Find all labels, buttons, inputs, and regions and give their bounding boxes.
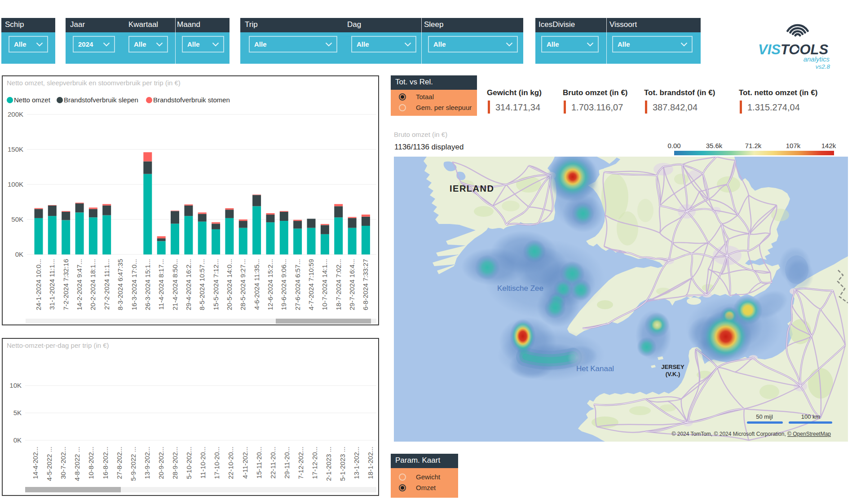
svg-text:50 mijl: 50 mijl [756, 413, 773, 420]
svg-text:10-7-2024 14:1...: 10-7-2024 14:1... [321, 259, 328, 310]
svg-text:27-6-2024 6:57...: 27-6-2024 6:57... [294, 259, 301, 310]
svg-text:200K: 200K [8, 110, 23, 118]
svg-text:13-9-202...: 13-9-202... [143, 447, 151, 479]
svg-text:15-5-2024 7:12...: 15-5-2024 7:12... [212, 259, 220, 310]
svg-text:0K: 0K [13, 436, 22, 444]
svg-text:8-5-2024 10:57...: 8-5-2024 10:57... [198, 259, 206, 310]
svg-text:35.6k: 35.6k [706, 142, 723, 149]
svg-text:5-10-202...: 5-10-202... [185, 447, 193, 479]
svg-text:10-8-202...: 10-8-202... [87, 447, 95, 479]
svg-text:vs2.8: vs2.8 [816, 63, 830, 70]
svg-text:107k: 107k [786, 142, 801, 149]
svg-text:5-1-2023 ...: 5-1-2023 ... [339, 447, 346, 481]
svg-text:14-2-2024 9:47...: 14-2-2024 9:47... [75, 259, 83, 310]
svg-text:© 2024 TomTom, © 2024 Microsof: © 2024 TomTom, © 2024 Microsoft Corporat… [672, 431, 831, 437]
svg-text:15-11-20...: 15-11-20... [255, 447, 263, 478]
svg-text:12-6-2024 15:2...: 12-6-2024 15:2... [266, 259, 274, 310]
svg-text:4-11-202...: 4-11-202... [241, 447, 249, 478]
svg-text:29-4-2024 16:2...: 29-4-2024 16:2... [185, 259, 192, 310]
svg-text:18-1-202...: 18-1-202... [366, 447, 374, 479]
svg-text:22-11-20...: 22-11-20... [269, 447, 277, 478]
svg-text:0K: 0K [15, 250, 23, 258]
svg-text:20-2-2024 18:1...: 20-2-2024 18:1... [89, 259, 97, 310]
svg-text:71.2k: 71.2k [745, 142, 762, 149]
svg-text:Netto omzet: Netto omzet [14, 96, 51, 104]
svg-text:31-1-2024 11:1...: 31-1-2024 11:1... [48, 259, 56, 310]
svg-text:18-7-2024 7:02...: 18-7-2024 7:02... [335, 259, 342, 310]
svg-text:27-2-2024 11:1...: 27-2-2024 11:1... [103, 259, 110, 310]
svg-text:Keltische Zee: Keltische Zee [497, 284, 543, 293]
svg-text:28-5-2024 9:27...: 28-5-2024 9:27... [239, 259, 247, 310]
svg-text:8-3-2024 6:47:35: 8-3-2024 6:47:35 [116, 259, 124, 310]
svg-text:26-3-2024 15:1...: 26-3-2024 15:1... [144, 259, 151, 310]
svg-text:11-4-2024 8:17...: 11-4-2024 8:17... [157, 259, 165, 310]
svg-text:4-8-2022 ...: 4-8-2022 ... [73, 447, 81, 481]
svg-text:5-9-2022 ...: 5-9-2022 ... [129, 447, 137, 481]
svg-text:150K: 150K [8, 145, 23, 153]
svg-text:100K: 100K [8, 180, 23, 188]
svg-text:13-1-202...: 13-1-202... [353, 447, 360, 479]
svg-text:22-10-20...: 22-10-20... [227, 447, 234, 479]
svg-text:17-10-20...: 17-10-20... [213, 447, 221, 479]
svg-text:4-6-2024 11:35...: 4-6-2024 11:35... [253, 259, 260, 310]
svg-text:20-9-202...: 20-9-202... [157, 447, 165, 479]
svg-text:IERLAND: IERLAND [450, 184, 494, 193]
svg-text:JERSEY: JERSEY [661, 364, 684, 370]
svg-text:analytics: analytics [803, 55, 830, 63]
svg-text:0.00: 0.00 [667, 142, 680, 149]
svg-text:21-4-2024 8:50...: 21-4-2024 8:50... [171, 259, 179, 310]
svg-text:11-10-20...: 11-10-20... [199, 447, 207, 478]
svg-text:28-9-202...: 28-9-202... [171, 447, 179, 479]
svg-text:4-7-2024 7:10:59: 4-7-2024 7:10:59 [307, 259, 315, 310]
svg-text:7-12-202...: 7-12-202... [297, 447, 305, 479]
svg-text:10K: 10K [9, 381, 22, 389]
svg-text:29-7-2024 16:4...: 29-7-2024 16:4... [348, 259, 356, 310]
svg-text:6-8-2024 7:33:27: 6-8-2024 7:33:27 [362, 259, 369, 310]
svg-text:24-1-2024 10:0...: 24-1-2024 10:0... [35, 259, 42, 310]
svg-text:19-6-2024 9:06...: 19-6-2024 9:06... [280, 259, 287, 310]
svg-text:5K: 5K [13, 409, 22, 416]
svg-text:142k: 142k [821, 142, 836, 149]
svg-text:100 km: 100 km [801, 413, 821, 420]
svg-text:17-12-20...: 17-12-20... [311, 447, 318, 479]
svg-text:7-2-2024 7:32:16: 7-2-2024 7:32:16 [62, 259, 70, 310]
svg-text:Brandstofverbruik stomen: Brandstofverbruik stomen [153, 96, 230, 104]
svg-text:4-5-2022 ...: 4-5-2022 ... [45, 447, 53, 481]
svg-text:16-3-2024 17:0...: 16-3-2024 17:0... [130, 259, 138, 310]
svg-text:2-1-2023 ...: 2-1-2023 ... [325, 447, 332, 481]
svg-text:20-5-2024 14:0...: 20-5-2024 14:0... [225, 259, 233, 310]
svg-text:27-8-202...: 27-8-202... [115, 447, 123, 479]
svg-text:50K: 50K [11, 215, 23, 223]
svg-text:Brandstofverbruik slepen: Brandstofverbruik slepen [64, 96, 138, 104]
svg-text:14-4-202...: 14-4-202... [31, 447, 39, 479]
svg-text:(V.K.): (V.K.) [666, 371, 680, 377]
svg-text:Het Kanaal: Het Kanaal [576, 364, 614, 373]
svg-text:29-11-20...: 29-11-20... [283, 447, 291, 478]
svg-text:16-8-202...: 16-8-202... [102, 447, 109, 479]
svg-text:30-7-202...: 30-7-202... [59, 447, 67, 479]
